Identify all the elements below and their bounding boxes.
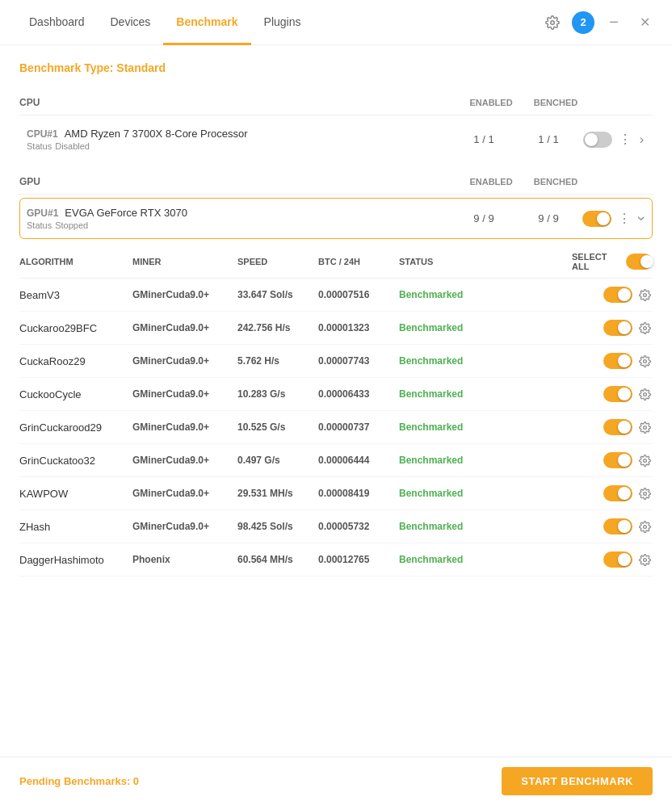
- cpu-device-id: CPU#1: [27, 128, 58, 140]
- cpu-status-value: Disabled: [55, 141, 90, 151]
- algo-row: CuckaRooz29 GMinerCuda9.0+ 5.762 H/s 0.0…: [19, 345, 653, 378]
- algo-miner: GMinerCuda9.0+: [132, 289, 237, 300]
- algo-speed: 5.762 H/s: [237, 355, 318, 367]
- algo-speed: 29.531 MH/s: [237, 488, 318, 499]
- algo-settings-button[interactable]: [637, 486, 653, 501]
- algo-status: Benchmarked: [399, 289, 572, 300]
- cpu-toggle[interactable]: [583, 132, 612, 148]
- select-all-label: SELECT ALL: [572, 252, 621, 271]
- svg-point-9: [644, 558, 647, 561]
- main-content: Benchmark Type: Standard CPU ENABLED BEN…: [0, 45, 672, 593]
- cpu-benched-val: 1 / 1: [516, 133, 581, 145]
- svg-point-0: [551, 20, 555, 24]
- algo-miner: GMinerCuda9.0+: [132, 322, 237, 333]
- col-status-header: STATUS: [399, 257, 572, 266]
- algo-miner: GMinerCuda9.0+: [132, 521, 237, 532]
- algo-settings-button[interactable]: [637, 287, 653, 303]
- algo-status: Benchmarked: [399, 388, 572, 400]
- svg-point-6: [644, 459, 647, 462]
- nav-right: 2 − ✕: [541, 11, 656, 34]
- algo-toggle[interactable]: [603, 320, 632, 336]
- footer: Pending Benchmarks: 0 START BENCHMARK: [0, 757, 672, 805]
- algo-toggle[interactable]: [603, 485, 632, 501]
- algo-speed: 98.425 Sol/s: [237, 521, 318, 532]
- settings-button[interactable]: [541, 11, 564, 34]
- algo-status: Benchmarked: [399, 521, 572, 532]
- algo-row: CuckooCycle GMinerCuda9.0+ 10.283 G/s 0.…: [19, 378, 653, 411]
- cpu-device-row: CPU#1 AMD Ryzen 7 3700X 8-Core Processor…: [19, 119, 653, 160]
- nav-item-dashboard[interactable]: Dashboard: [16, 0, 98, 45]
- gpu-more-button[interactable]: ⋮: [616, 209, 632, 228]
- nav-item-devices[interactable]: Devices: [98, 0, 164, 45]
- gpu-device-info: GPU#1 EVGA GeForce RTX 3070 Status Stopp…: [27, 207, 452, 230]
- gpu-benched-val: 9 / 9: [516, 212, 581, 224]
- algo-settings-button[interactable]: [637, 453, 653, 468]
- algo-row: ZHash GMinerCuda9.0+ 98.425 Sol/s 0.0000…: [19, 510, 653, 543]
- algo-toggle[interactable]: [603, 419, 632, 435]
- algo-rows: BeamV3 GMinerCuda9.0+ 33.647 Sol/s 0.000…: [19, 279, 653, 576]
- nav-item-plugins[interactable]: Plugins: [251, 0, 314, 45]
- algo-settings-button[interactable]: [637, 321, 653, 336]
- gpu-benched-col: BENCHED: [523, 177, 588, 187]
- select-all-toggle[interactable]: [626, 254, 653, 270]
- cpu-device-info: CPU#1 AMD Ryzen 7 3700X 8-Core Processor…: [27, 128, 452, 151]
- algo-btc: 0.00000737: [318, 421, 399, 433]
- algo-speed: 0.497 G/s: [237, 455, 318, 466]
- algo-toggle[interactable]: [603, 518, 632, 535]
- algo-toggle[interactable]: [603, 353, 632, 369]
- col-miner-header: MINER: [132, 257, 237, 266]
- minimize-button[interactable]: −: [603, 11, 625, 34]
- gpu-device-name: EVGA GeForce RTX 3070: [65, 207, 187, 219]
- algo-name: ZHash: [19, 521, 132, 533]
- gpu-expand-button[interactable]: ›: [632, 215, 652, 223]
- cpu-more-button[interactable]: ⋮: [617, 130, 633, 149]
- algo-name: CuckooCycle: [19, 388, 132, 400]
- algo-status: Benchmarked: [399, 322, 572, 333]
- algo-settings-button[interactable]: [637, 552, 653, 568]
- algo-settings-button[interactable]: [637, 420, 653, 435]
- algo-btc: 0.00006433: [318, 388, 399, 400]
- svg-point-4: [644, 392, 647, 396]
- algo-btc: 0.00007516: [318, 289, 399, 300]
- algo-toggle[interactable]: [603, 386, 632, 402]
- nav-bar: Dashboard Devices Benchmark Plugins 2 − …: [0, 0, 672, 45]
- gpu-enabled-col: ENABLED: [459, 177, 523, 187]
- algo-btc: 0.00008419: [318, 488, 399, 499]
- algo-toggle[interactable]: [603, 452, 632, 468]
- close-button[interactable]: ✕: [633, 11, 656, 34]
- algo-row: KAWPOW GMinerCuda9.0+ 29.531 MH/s 0.0000…: [19, 477, 653, 510]
- gpu-device-id: GPU#1: [27, 208, 58, 219]
- notification-badge[interactable]: 2: [572, 11, 594, 34]
- algo-name: BeamV3: [19, 289, 132, 301]
- algo-table-header: ALGORITHM MINER SPEED BTC / 24H STATUS S…: [19, 245, 653, 279]
- algo-miner: GMinerCuda9.0+: [132, 455, 237, 466]
- algo-speed: 33.647 Sol/s: [237, 289, 318, 300]
- benchmark-type-label: Benchmark Type:: [19, 61, 113, 74]
- algo-toggle[interactable]: [603, 287, 632, 303]
- nav-item-benchmark[interactable]: Benchmark: [163, 0, 250, 45]
- gpu-status-label: Status: [27, 220, 52, 230]
- gpu-status-value: Stopped: [55, 220, 88, 230]
- start-benchmark-button[interactable]: START BENCHMARK: [502, 767, 653, 795]
- algo-settings-button[interactable]: [637, 387, 653, 402]
- algo-toggle[interactable]: [603, 551, 632, 568]
- algo-name: CuckaRooz29: [19, 355, 132, 367]
- gpu-section-header: GPU ENABLED BENCHED: [19, 170, 653, 195]
- col-algorithm-header: ALGORITHM: [19, 257, 132, 266]
- benchmark-type-value: Standard: [116, 61, 166, 74]
- algo-btc: 0.00001323: [318, 322, 399, 333]
- algo-miner: GMinerCuda9.0+: [132, 388, 237, 400]
- algo-speed: 10.525 G/s: [237, 421, 318, 433]
- algo-name: Cuckaroo29BFC: [19, 322, 132, 334]
- algo-settings-button[interactable]: [637, 354, 653, 369]
- svg-point-5: [644, 426, 647, 429]
- gpu-device-row: GPU#1 EVGA GeForce RTX 3070 Status Stopp…: [19, 198, 653, 239]
- algo-row: Cuckaroo29BFC GMinerCuda9.0+ 242.756 H/s…: [19, 312, 653, 345]
- algo-status: Benchmarked: [399, 488, 572, 499]
- gpu-toggle[interactable]: [582, 211, 611, 227]
- algo-name: GrinCuckarood29: [19, 421, 132, 434]
- cpu-expand-button[interactable]: ›: [638, 131, 645, 149]
- algo-settings-button[interactable]: [637, 519, 653, 535]
- algo-name: GrinCuckatoo32: [19, 455, 132, 467]
- col-btc-header: BTC / 24H: [318, 257, 399, 266]
